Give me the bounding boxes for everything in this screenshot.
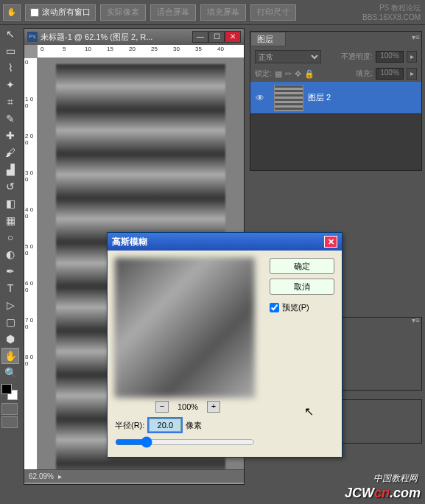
lock-all-icon[interactable]: 🔒 (304, 69, 315, 79)
radius-input[interactable] (149, 419, 181, 432)
dialog-title: 高斯模糊 (112, 236, 147, 248)
minimize-button[interactable]: — (192, 31, 208, 43)
color-swatches[interactable] (1, 384, 18, 400)
toolbox: ↖ ▭ ⌇ ✦ ⌗ ✎ ✚ 🖌 ▟ ↺ ◧ ▦ ○ ◐ ✒ T ▷ ▢ ⬢ ✋ … (0, 25, 21, 430)
fit-screen-button[interactable]: 适合屏幕 (150, 4, 196, 21)
lasso-tool-icon[interactable]: ⌇ (1, 60, 19, 76)
gradient-tool-icon[interactable]: ▦ (1, 212, 19, 228)
history-brush-icon[interactable]: ↺ (1, 178, 19, 195)
dialog-titlebar[interactable]: 高斯模糊 ✕ (108, 233, 342, 251)
screenmode-icon[interactable] (1, 416, 18, 428)
fill-screen-button[interactable]: 填充屏幕 (200, 4, 246, 21)
panel-menu-icon[interactable]: ▾≡ (412, 33, 420, 41)
healing-tool-icon[interactable]: ✚ (1, 127, 19, 144)
eyedropper-tool-icon[interactable]: ✎ (1, 111, 19, 127)
zoom-percent: 100% (178, 402, 198, 411)
zoom-level[interactable]: 62.09% (29, 472, 54, 480)
cursor-icon: ↖ (304, 405, 314, 419)
fill-label: 填充: (356, 69, 373, 79)
lock-transparent-icon[interactable]: ▦ (275, 69, 282, 79)
lock-position-icon[interactable]: ✥ (295, 69, 301, 79)
layer-row[interactable]: 👁 图层 2 (250, 82, 421, 114)
fill-field[interactable]: 100% (376, 68, 404, 80)
pen-tool-icon[interactable]: ✒ (1, 263, 19, 279)
dodge-tool-icon[interactable]: ◐ (1, 246, 19, 262)
preview-check-input[interactable] (270, 303, 279, 312)
ok-button[interactable]: 确定 (270, 258, 334, 274)
maximize-button[interactable]: ☐ (208, 31, 225, 43)
vertical-ruler[interactable]: 0 1 0 0 2 0 0 3 0 0 4 0 0 5 0 0 6 0 0 7 … (24, 58, 38, 469)
quickmask-icon[interactable] (1, 403, 18, 415)
ruler-tick: 0 (41, 46, 43, 52)
wm-mid: cn (374, 486, 390, 500)
layer-list: 👁 图层 2 (250, 82, 421, 170)
ruler-tick: 4 0 0 (24, 206, 37, 242)
print-size-button[interactable]: 打印尺寸 (250, 4, 296, 21)
zoom-in-button[interactable]: + (207, 401, 220, 413)
type-tool-icon[interactable]: T (1, 280, 19, 296)
3d-tool-icon[interactable]: ⬢ (1, 331, 19, 347)
gaussian-blur-dialog: 高斯模糊 ✕ − 100% + 半径(R): 像素 确定 取消 预览(P) (107, 232, 343, 458)
marquee-tool-icon[interactable]: ▭ (1, 43, 19, 59)
opacity-field[interactable]: 100% (376, 51, 404, 63)
watermark-top-line1: PS 教程论坛 (362, 3, 421, 13)
radius-unit: 像素 (186, 420, 202, 431)
ruler-tick: 3 0 0 (24, 169, 37, 206)
brush-tool-icon[interactable]: 🖌 (1, 144, 19, 161)
scroll-all-input[interactable] (30, 8, 39, 17)
scroll-all-checkbox[interactable]: 滚动所有窗口 (25, 4, 96, 21)
actual-pixels-button[interactable]: 实际像素 (100, 4, 146, 21)
zoom-out-button[interactable]: − (155, 401, 169, 413)
wm-prefix: JCW (345, 486, 374, 500)
ruler-tick: 6 0 0 (24, 279, 37, 316)
path-tool-icon[interactable]: ▷ (1, 297, 19, 313)
ruler-tick: 5 0 0 (24, 242, 37, 279)
layers-tab[interactable]: 图层 (250, 32, 286, 46)
ruler-tick: 2 0 0 (24, 132, 37, 169)
hand-tool-icon[interactable]: ✋ (3, 4, 21, 21)
crop-tool-icon[interactable]: ⌗ (1, 94, 19, 110)
ruler-tick: 5 (63, 46, 66, 52)
radius-label: 半径(R): (115, 420, 144, 431)
layer-name[interactable]: 图层 2 (308, 92, 331, 103)
dialog-close-button[interactable]: ✕ (324, 236, 337, 248)
lock-label: 锁定: (255, 69, 272, 79)
blend-mode-select[interactable]: 正常 (255, 50, 321, 63)
lock-pixels-icon[interactable]: ✏ (285, 69, 292, 79)
document-title: 未标题-1 @ 62.1% (图层 2, R... (41, 32, 152, 43)
preview-checkbox[interactable]: 预览(P) (270, 302, 334, 313)
panel-menu-icon[interactable]: ▾≡ (412, 316, 420, 324)
hand-tool-icon[interactable]: ✋ (1, 348, 19, 364)
horizontal-ruler[interactable]: 0 5 10 15 20 25 30 35 40 (38, 45, 244, 58)
eraser-tool-icon[interactable]: ◧ (1, 195, 19, 211)
ruler-tick: 1 0 0 (24, 95, 37, 132)
fill-arrow-icon[interactable]: ▸ (407, 68, 417, 80)
ruler-tick: 40 (217, 46, 224, 52)
ruler-tick: 7 0 0 (24, 316, 37, 353)
opacity-arrow-icon[interactable]: ▸ (407, 51, 417, 63)
cancel-button[interactable]: 取消 (270, 279, 334, 295)
document-statusbar: 62.09% ▸ (24, 469, 244, 483)
move-tool-icon[interactable]: ↖ (1, 26, 19, 42)
wand-tool-icon[interactable]: ✦ (1, 77, 19, 93)
shape-tool-icon[interactable]: ▢ (1, 314, 19, 330)
ps-file-icon: Ps (27, 32, 38, 42)
fg-color-swatch[interactable] (1, 384, 12, 394)
watermark-cn: 中国教程网 (373, 472, 418, 485)
ruler-tick: 30 (173, 46, 180, 52)
wm-suffix: .com (390, 486, 421, 500)
visibility-icon[interactable]: 👁 (250, 93, 270, 103)
scroll-all-label: 滚动所有窗口 (42, 7, 91, 18)
close-button[interactable]: ✕ (225, 31, 241, 43)
status-arrow-icon[interactable]: ▸ (58, 472, 62, 480)
layer-thumbnail[interactable] (274, 85, 303, 111)
stamp-tool-icon[interactable]: ▟ (1, 161, 19, 178)
blur-tool-icon[interactable]: ○ (1, 229, 19, 245)
opacity-label: 不透明度: (341, 52, 373, 62)
radius-slider[interactable] (115, 436, 255, 448)
zoom-tool-icon[interactable]: 🔍 (1, 365, 19, 381)
document-titlebar[interactable]: Ps 未标题-1 @ 62.1% (图层 2, R... — ☐ ✕ (24, 29, 244, 45)
preview-image[interactable] (115, 258, 255, 398)
options-bar: ✋ 滚动所有窗口 实际像素 适合屏幕 填充屏幕 打印尺寸 (0, 0, 425, 25)
preview-label: 预览(P) (282, 302, 309, 313)
